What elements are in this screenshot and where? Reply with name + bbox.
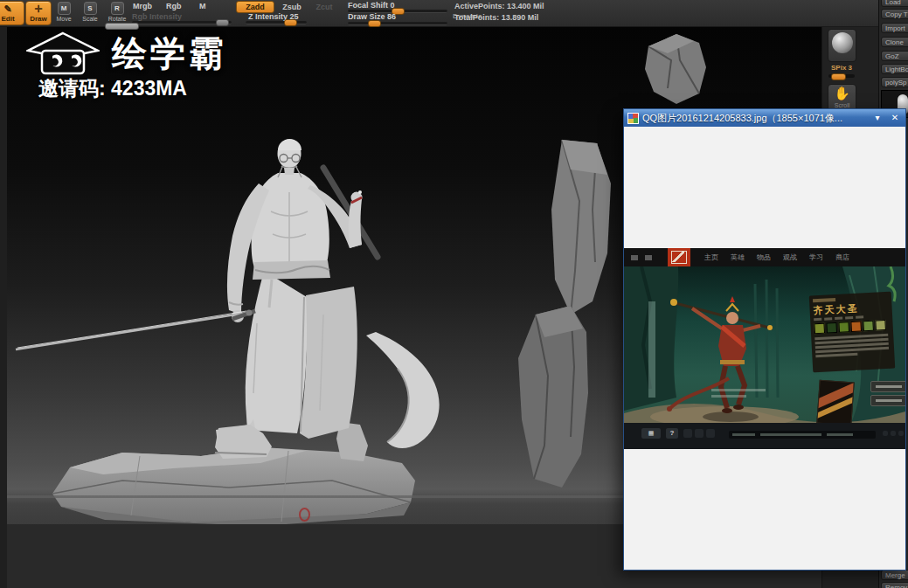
watermark: 绘学霸 xyxy=(26,30,227,78)
bottombar-mini-icon[interactable] xyxy=(891,431,896,436)
hero-ability-icons xyxy=(814,320,890,334)
edit-label: Edit xyxy=(1,15,14,23)
image-file-icon xyxy=(627,113,639,124)
canvas-left-gutter xyxy=(0,26,7,588)
bottombar-icon[interactable] xyxy=(695,429,704,438)
scene-button-top[interactable] xyxy=(870,381,905,392)
forward-icon[interactable] xyxy=(645,255,652,260)
zcut-button[interactable]: Zcut xyxy=(311,2,337,12)
rotate-button[interactable]: R Rotate xyxy=(104,2,130,24)
menu-home[interactable]: 主页 xyxy=(704,252,718,262)
bottombar-mini-icon[interactable] xyxy=(883,431,888,436)
tray-button-remove[interactable]: Remov xyxy=(881,582,908,588)
close-button[interactable]: ✕ xyxy=(888,112,902,124)
hero-info-panel: 齐天大圣 xyxy=(809,292,895,373)
focal-shift-label: Focal Shift 0 xyxy=(348,1,395,10)
scene-caption-line xyxy=(711,389,766,391)
z-intensity-slider[interactable] xyxy=(246,21,307,24)
chat-bar[interactable] xyxy=(729,431,876,439)
draw-size-handle[interactable] xyxy=(368,20,381,27)
draw-button[interactable]: ✛ Draw xyxy=(25,1,52,25)
menu-watch[interactable]: 观战 xyxy=(783,252,797,262)
game-bottombar: ▦ ? xyxy=(624,423,905,449)
help-button[interactable]: ? xyxy=(666,428,678,439)
bottombar-mini-icon[interactable] xyxy=(898,431,904,436)
m-toggle[interactable]: M xyxy=(199,2,206,11)
dota2-logo[interactable] xyxy=(668,248,690,266)
game-menu: 主页 英雄 物品 观战 学习 商店 xyxy=(704,252,849,262)
hero-title: 齐天大圣 xyxy=(813,301,889,315)
tray-button-load[interactable]: Load xyxy=(881,0,908,7)
current-tool-thumbnail[interactable] xyxy=(828,29,856,62)
rotate-label: Rotate xyxy=(108,16,127,22)
rgb-intensity-slider[interactable] xyxy=(132,21,232,24)
z-intensity-handle[interactable] xyxy=(284,19,297,26)
ability-icon[interactable] xyxy=(838,322,849,333)
rotate-key-icon: R xyxy=(111,2,124,15)
hero-card-thumbnail[interactable] xyxy=(816,380,854,426)
watermark-brand: 绘学霸 xyxy=(112,30,227,78)
zsub-button[interactable]: Zsub xyxy=(278,2,306,12)
move-label: Move xyxy=(56,16,71,22)
draw-size-slider[interactable] xyxy=(348,22,447,25)
bottombar-icon[interactable] xyxy=(683,429,692,438)
active-points-readout: ActivePoints: 13.400 Mil xyxy=(454,2,544,10)
game-menubar: 主页 英雄 物品 观战 学习 商店 xyxy=(624,248,905,266)
tray-button-goz[interactable]: GoZ xyxy=(881,51,908,61)
ability-icon[interactable] xyxy=(826,322,837,334)
samurai-sculpture[interactable] xyxy=(7,131,489,524)
rock-top-right[interactable] xyxy=(641,31,710,109)
scale-label: Scale xyxy=(82,16,98,22)
ability-icon[interactable] xyxy=(850,321,862,332)
menu-items[interactable]: 物品 xyxy=(757,252,771,262)
viewer-titlebar[interactable]: QQ图片20161214205833.jpg（1855×1071像... ▾ ✕ xyxy=(624,109,905,127)
red-sketch-mark xyxy=(299,508,310,522)
zbrush-app: ✎ Edit ✛ Draw M Move S Scale R Rotate Mr… xyxy=(0,0,908,588)
move-button[interactable]: M Move xyxy=(52,2,76,24)
tool-sphere-icon xyxy=(832,32,853,53)
tray-button-polysphere[interactable]: polySp xyxy=(881,77,908,87)
scale-button[interactable]: S Scale xyxy=(78,2,102,24)
hero-sub-label xyxy=(813,298,835,302)
invite-code: 邀请码: 4233MA xyxy=(38,75,187,102)
tray-button-lightbox[interactable]: LightBo xyxy=(881,64,908,74)
bottombar-icon[interactable] xyxy=(706,429,715,438)
hand-icon: ✋ xyxy=(828,85,856,102)
back-icon[interactable] xyxy=(631,255,638,260)
move-key-icon: M xyxy=(58,2,71,15)
rgb-intensity-label: Rgb Intensity xyxy=(132,12,182,21)
toolbar-grip-handle[interactable] xyxy=(105,23,139,30)
dota2-screenshot: 主页 英雄 物品 观战 学习 商店 齐天大圣 xyxy=(624,248,905,449)
edit-icon: ✎ xyxy=(0,3,24,15)
ability-icon[interactable] xyxy=(814,323,825,335)
scene-button-bottom[interactable] xyxy=(870,395,905,406)
scale-key-icon: S xyxy=(84,2,97,15)
edit-button[interactable]: ✎ Edit xyxy=(0,1,24,25)
hero-description xyxy=(814,334,891,357)
image-viewer-window[interactable]: QQ图片20161214205833.jpg（1855×1071像... ▾ ✕ xyxy=(623,108,906,571)
tray-button-copy-tool[interactable]: Copy T xyxy=(881,9,908,19)
crosshair-icon: ✛ xyxy=(26,3,51,15)
draw-label: Draw xyxy=(30,15,47,23)
viewer-title: QQ图片20161214205833.jpg（1855×1071像... xyxy=(642,112,867,125)
ability-icon[interactable] xyxy=(875,320,886,331)
total-points-readout: TotalPoints: 13.890 Mil xyxy=(454,13,538,22)
ability-icon[interactable] xyxy=(863,321,874,332)
rgb-intensity-handle[interactable] xyxy=(216,19,229,26)
spix-handle[interactable] xyxy=(831,73,846,80)
spix-label: SPix 3 xyxy=(826,64,857,72)
tray-button-merge[interactable]: Merge xyxy=(881,570,908,580)
scene-caption-line xyxy=(711,395,746,398)
tray-button-import[interactable]: Import xyxy=(881,23,908,33)
spix-slider[interactable] xyxy=(828,74,855,78)
rgb-toggle[interactable]: Rgb xyxy=(166,2,182,11)
stats-icon[interactable]: ▦ xyxy=(641,428,661,439)
menu-learn[interactable]: 学习 xyxy=(809,252,823,262)
huixueba-logo-icon xyxy=(26,31,100,77)
zadd-button[interactable]: Zadd xyxy=(236,1,274,13)
tray-button-clone[interactable]: Clone xyxy=(881,37,908,47)
menu-store[interactable]: 商店 xyxy=(835,252,849,262)
minimize-button[interactable]: ▾ xyxy=(870,112,884,124)
menu-heroes[interactable]: 英雄 xyxy=(731,252,745,262)
mrgb-toggle[interactable]: Mrgb xyxy=(133,2,152,11)
